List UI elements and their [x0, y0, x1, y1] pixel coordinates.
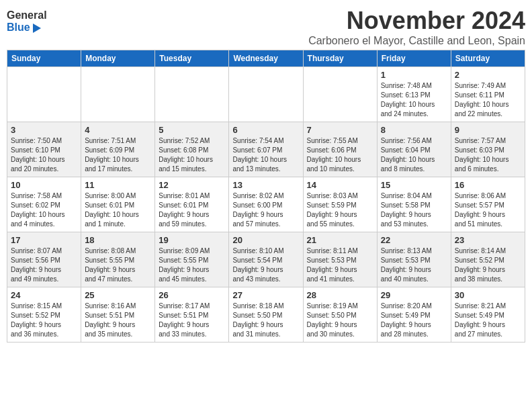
header-sunday: Sunday	[7, 50, 81, 67]
header-friday: Friday	[377, 50, 451, 67]
day-number: 16	[455, 180, 521, 190]
calendar-cell: 29Sunrise: 8:20 AM Sunset: 5:49 PM Dayli…	[377, 287, 451, 342]
calendar-week-2: 3Sunrise: 7:50 AM Sunset: 6:10 PM Daylig…	[7, 122, 525, 177]
title-section: November 2024 Carbonero el Mayor, Castil…	[308, 7, 525, 47]
header-monday: Monday	[81, 50, 155, 67]
day-number: 29	[381, 290, 447, 300]
calendar-cell: 4Sunrise: 7:51 AM Sunset: 6:09 PM Daylig…	[81, 122, 155, 177]
day-info: Sunrise: 8:00 AM Sunset: 6:01 PM Dayligh…	[85, 191, 151, 229]
calendar-week-4: 17Sunrise: 8:07 AM Sunset: 5:56 PM Dayli…	[7, 232, 525, 287]
day-info: Sunrise: 8:02 AM Sunset: 6:00 PM Dayligh…	[232, 191, 299, 229]
location-title: Carbonero el Mayor, Castille and Leon, S…	[308, 35, 525, 47]
calendar-cell: 27Sunrise: 8:18 AM Sunset: 5:50 PM Dayli…	[229, 287, 303, 342]
calendar-cell: 5Sunrise: 7:52 AM Sunset: 6:08 PM Daylig…	[155, 122, 229, 177]
day-number: 24	[11, 290, 77, 300]
calendar-cell: 26Sunrise: 8:17 AM Sunset: 5:51 PM Dayli…	[155, 287, 229, 342]
day-info: Sunrise: 7:52 AM Sunset: 6:08 PM Dayligh…	[159, 136, 225, 174]
calendar-cell: 2Sunrise: 7:49 AM Sunset: 6:11 PM Daylig…	[451, 67, 525, 122]
day-number: 7	[307, 125, 373, 135]
calendar-cell: 20Sunrise: 8:10 AM Sunset: 5:54 PM Dayli…	[229, 232, 303, 287]
day-number: 17	[11, 235, 77, 245]
calendar-week-3: 10Sunrise: 7:58 AM Sunset: 6:02 PM Dayli…	[7, 177, 525, 232]
day-info: Sunrise: 8:03 AM Sunset: 5:59 PM Dayligh…	[307, 191, 373, 229]
day-info: Sunrise: 8:04 AM Sunset: 5:58 PM Dayligh…	[381, 191, 447, 229]
day-info: Sunrise: 7:50 AM Sunset: 6:10 PM Dayligh…	[11, 136, 77, 174]
calendar-cell: 22Sunrise: 8:13 AM Sunset: 5:53 PM Dayli…	[377, 232, 451, 287]
calendar-week-5: 24Sunrise: 8:15 AM Sunset: 5:52 PM Dayli…	[7, 287, 525, 342]
day-info: Sunrise: 7:56 AM Sunset: 6:04 PM Dayligh…	[381, 136, 447, 174]
day-number: 9	[455, 125, 521, 135]
day-number: 20	[232, 235, 299, 245]
day-number: 15	[381, 180, 447, 190]
day-number: 19	[159, 235, 225, 245]
day-number: 21	[307, 235, 373, 245]
day-info: Sunrise: 8:13 AM Sunset: 5:53 PM Dayligh…	[381, 246, 447, 284]
day-number: 28	[307, 290, 373, 300]
calendar-cell	[81, 67, 155, 122]
calendar-cell: 18Sunrise: 8:08 AM Sunset: 5:55 PM Dayli…	[81, 232, 155, 287]
day-info: Sunrise: 7:48 AM Sunset: 6:13 PM Dayligh…	[381, 81, 447, 119]
calendar-cell: 28Sunrise: 8:19 AM Sunset: 5:50 PM Dayli…	[303, 287, 377, 342]
calendar-cell: 1Sunrise: 7:48 AM Sunset: 6:13 PM Daylig…	[377, 67, 451, 122]
day-number: 25	[85, 290, 151, 300]
calendar-cell: 10Sunrise: 7:58 AM Sunset: 6:02 PM Dayli…	[7, 177, 81, 232]
calendar-cell: 19Sunrise: 8:09 AM Sunset: 5:55 PM Dayli…	[155, 232, 229, 287]
day-info: Sunrise: 8:10 AM Sunset: 5:54 PM Dayligh…	[232, 246, 299, 284]
calendar-cell: 8Sunrise: 7:56 AM Sunset: 6:04 PM Daylig…	[377, 122, 451, 177]
month-title: November 2024	[308, 7, 525, 35]
day-number: 23	[455, 235, 521, 245]
logo-blue: Blue	[7, 21, 47, 34]
logo-arrow-icon	[33, 24, 41, 33]
day-info: Sunrise: 8:19 AM Sunset: 5:50 PM Dayligh…	[307, 302, 373, 339]
day-number: 3	[11, 125, 77, 135]
day-info: Sunrise: 8:15 AM Sunset: 5:52 PM Dayligh…	[11, 302, 77, 339]
calendar-cell: 14Sunrise: 8:03 AM Sunset: 5:59 PM Dayli…	[303, 177, 377, 232]
day-info: Sunrise: 8:11 AM Sunset: 5:53 PM Dayligh…	[307, 246, 373, 284]
day-info: Sunrise: 8:01 AM Sunset: 6:01 PM Dayligh…	[159, 191, 225, 229]
calendar-cell	[303, 67, 377, 122]
logo-general: General	[7, 9, 47, 21]
day-info: Sunrise: 8:21 AM Sunset: 5:49 PM Dayligh…	[455, 302, 521, 339]
calendar-cell	[155, 67, 229, 122]
day-info: Sunrise: 7:55 AM Sunset: 6:06 PM Dayligh…	[307, 136, 373, 174]
calendar-cell: 9Sunrise: 7:57 AM Sunset: 6:03 PM Daylig…	[451, 122, 525, 177]
calendar-cell: 7Sunrise: 7:55 AM Sunset: 6:06 PM Daylig…	[303, 122, 377, 177]
calendar-cell	[229, 67, 303, 122]
calendar-cell: 15Sunrise: 8:04 AM Sunset: 5:58 PM Dayli…	[377, 177, 451, 232]
day-number: 12	[159, 180, 225, 190]
day-number: 30	[455, 290, 521, 300]
day-number: 5	[159, 125, 225, 135]
header-wednesday: Wednesday	[229, 50, 303, 67]
day-info: Sunrise: 7:51 AM Sunset: 6:09 PM Dayligh…	[85, 136, 151, 174]
calendar-cell: 12Sunrise: 8:01 AM Sunset: 6:01 PM Dayli…	[155, 177, 229, 232]
day-number: 13	[232, 180, 299, 190]
calendar-cell	[7, 67, 81, 122]
calendar-cell: 21Sunrise: 8:11 AM Sunset: 5:53 PM Dayli…	[303, 232, 377, 287]
day-info: Sunrise: 8:20 AM Sunset: 5:49 PM Dayligh…	[381, 302, 447, 339]
calendar-cell: 11Sunrise: 8:00 AM Sunset: 6:01 PM Dayli…	[81, 177, 155, 232]
calendar-table: SundayMondayTuesdayWednesdayThursdayFrid…	[7, 50, 525, 342]
day-number: 18	[85, 235, 151, 245]
day-info: Sunrise: 8:14 AM Sunset: 5:52 PM Dayligh…	[455, 246, 521, 284]
header-tuesday: Tuesday	[155, 50, 229, 67]
calendar-cell: 3Sunrise: 7:50 AM Sunset: 6:10 PM Daylig…	[7, 122, 81, 177]
day-info: Sunrise: 8:09 AM Sunset: 5:55 PM Dayligh…	[159, 246, 225, 284]
calendar-cell: 25Sunrise: 8:16 AM Sunset: 5:51 PM Dayli…	[81, 287, 155, 342]
logo: General Blue	[7, 9, 47, 34]
day-number: 14	[307, 180, 373, 190]
day-number: 11	[85, 180, 151, 190]
day-info: Sunrise: 7:49 AM Sunset: 6:11 PM Dayligh…	[455, 81, 521, 119]
day-number: 22	[381, 235, 447, 245]
header-saturday: Saturday	[451, 50, 525, 67]
calendar-cell: 17Sunrise: 8:07 AM Sunset: 5:56 PM Dayli…	[7, 232, 81, 287]
day-number: 4	[85, 125, 151, 135]
day-info: Sunrise: 7:58 AM Sunset: 6:02 PM Dayligh…	[11, 191, 77, 229]
day-number: 8	[381, 125, 447, 135]
day-number: 10	[11, 180, 77, 190]
day-info: Sunrise: 8:18 AM Sunset: 5:50 PM Dayligh…	[232, 302, 299, 339]
header-thursday: Thursday	[303, 50, 377, 67]
day-info: Sunrise: 8:17 AM Sunset: 5:51 PM Dayligh…	[159, 302, 225, 339]
day-info: Sunrise: 7:57 AM Sunset: 6:03 PM Dayligh…	[455, 136, 521, 174]
day-info: Sunrise: 7:54 AM Sunset: 6:07 PM Dayligh…	[232, 136, 299, 174]
day-info: Sunrise: 8:06 AM Sunset: 5:57 PM Dayligh…	[455, 191, 521, 229]
